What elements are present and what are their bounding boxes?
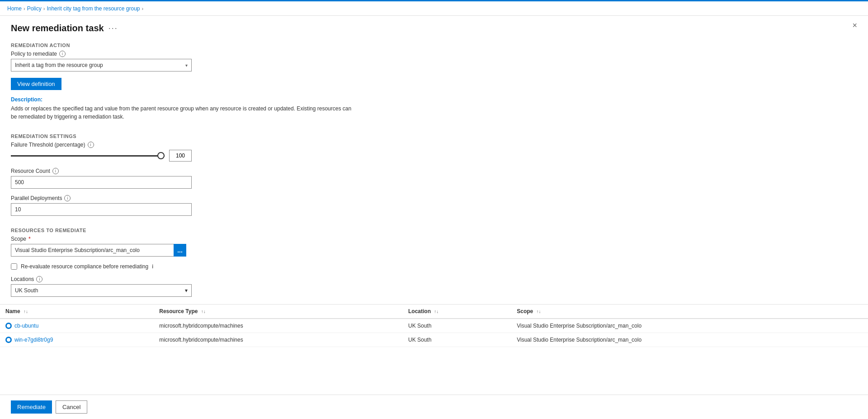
col-location[interactable]: Location ↑↓ [403,305,511,319]
policy-to-remediate-dropdown[interactable]: Inherit a tag from the resource group ▾ [11,59,192,71]
table-cell-resource-type: microsoft.hybridcompute/machines [154,319,403,333]
section-remediation-action: REMEDIATION ACTION [0,37,868,51]
failure-threshold-value-input[interactable] [169,150,192,162]
table-cell-name: win-e7gdi8tr0g9 [0,333,154,347]
locations-label: Locations i [11,276,857,282]
breadcrumb-sep-2: › [43,6,45,11]
scope-browse-button[interactable]: ... [174,244,186,257]
cancel-button[interactable]: Cancel [56,400,87,414]
policy-to-remediate-field: Policy to remediate i Inherit a tag from… [11,51,857,71]
table-cell-name: cb-ubuntu [0,319,154,333]
table-cell-location: UK South [403,319,511,333]
page-title: New remediation task [11,23,104,33]
location-sort-icon: ↑↓ [434,309,439,314]
close-button[interactable]: × [849,19,861,31]
failure-threshold-slider-row [11,150,857,162]
description-text: Adds or replaces the specified tag and v… [11,105,354,121]
breadcrumb-sep-3: › [142,6,143,11]
locations-dropdown[interactable]: UK South ▾ [11,284,192,297]
slider-container [11,155,165,157]
section-remediation-settings: REMEDIATION SETTINGS [0,128,868,142]
section-resources-to-remediate: RESOURCES TO REMEDIATE [0,222,868,236]
name-sort-icon: ↑↓ [24,309,28,314]
resource-count-info-icon[interactable]: i [52,168,59,174]
table-cell-scope: Visual Studio Enterprise Subscription/ar… [511,319,868,333]
reevaluate-info-icon[interactable]: i [152,263,153,270]
content-area: Policy to remediate i Inherit a tag from… [0,51,868,121]
table-cell-location: UK South [403,333,511,347]
settings-content: Failure Threshold (percentage) i Resourc… [0,142,868,216]
parallel-deployments-info-icon[interactable]: i [64,195,71,201]
parallel-deployments-field: Parallel Deployments i [11,195,857,216]
locations-field: Locations i UK South ▾ [11,276,857,297]
scope-required: * [28,236,31,242]
resource-type-sort-icon: ↑↓ [201,309,206,314]
footer-spacer [0,347,868,374]
table-cell-scope: Visual Studio Enterprise Subscription/ar… [511,333,868,347]
breadcrumb: Home › Policy › Inherit city tag from th… [0,1,868,16]
breadcrumb-home[interactable]: Home [7,5,22,12]
resource-link-0[interactable]: cb-ubuntu [5,323,148,329]
breadcrumb-policy[interactable]: Policy [27,5,42,12]
table-row: win-e7gdi8tr0g9microsoft.hybridcompute/m… [0,333,868,347]
remediate-button[interactable]: Remediate [11,400,52,414]
reevaluate-checkbox[interactable] [11,263,17,270]
resource-count-input[interactable] [11,176,192,189]
col-resource-type[interactable]: Resource Type ↑↓ [154,305,403,319]
view-definition-row: View definition [11,78,857,90]
resources-table: Name ↑↓ Resource Type ↑↓ Location ↑↓ Sco… [0,305,868,347]
footer: Remediate Cancel [0,395,868,419]
table-cell-resource-type: microsoft.hybridcompute/machines [154,333,403,347]
table-header-row: Name ↑↓ Resource Type ↑↓ Location ↑↓ Sco… [0,305,868,319]
resource-icon [5,323,12,329]
failure-threshold-info-icon[interactable]: i [88,142,94,148]
locations-info-icon[interactable]: i [36,276,42,282]
scope-sort-icon: ↑↓ [537,309,541,314]
locations-chevron-icon: ▾ [185,287,188,294]
scope-input[interactable] [11,244,174,257]
view-definition-button[interactable]: View definition [11,78,61,90]
panel-header: New remediation task ··· × [0,16,868,37]
resources-table-section: Name ↑↓ Resource Type ↑↓ Location ↑↓ Sco… [0,304,868,347]
scope-field: Scope * ... [11,236,857,257]
breadcrumb-sep-1: › [24,6,25,11]
reevaluate-label[interactable]: Re-evaluate resource compliance before r… [21,263,148,270]
reevaluate-row: Re-evaluate resource compliance before r… [11,263,857,270]
scope-label: Scope * [11,236,857,242]
resource-count-field: Resource Count i [11,168,857,189]
resource-count-label: Resource Count i [11,168,857,174]
panel: New remediation task ··· × REMEDIATION A… [0,16,868,419]
col-scope[interactable]: Scope ↑↓ [511,305,868,319]
failure-threshold-label: Failure Threshold (percentage) i [11,142,857,148]
more-options-icon[interactable]: ··· [108,24,118,33]
description-section: Description: Adds or replaces the specif… [11,96,857,121]
parallel-deployments-input[interactable] [11,203,192,216]
table-row: cb-ubuntumicrosoft.hybridcompute/machine… [0,319,868,333]
failure-threshold-field: Failure Threshold (percentage) i [11,142,857,162]
scope-row: ... [11,244,857,257]
breadcrumb-current: Inherit city tag from the resource group [47,5,140,12]
col-name[interactable]: Name ↑↓ [0,305,154,319]
failure-threshold-slider[interactable] [11,155,165,157]
policy-info-icon[interactable]: i [59,51,66,57]
resources-content: Scope * ... Re-evaluate resource complia… [0,236,868,297]
policy-to-remediate-label: Policy to remediate i [11,51,857,57]
parallel-deployments-label: Parallel Deployments i [11,195,857,201]
resource-icon [5,337,12,343]
description-label: Description: [11,96,857,103]
resource-link-1[interactable]: win-e7gdi8tr0g9 [5,337,148,343]
chevron-down-icon: ▾ [185,63,188,68]
